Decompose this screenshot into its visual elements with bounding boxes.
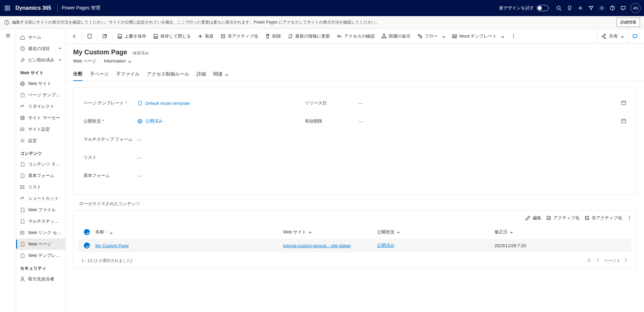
filter-icon[interactable]: [586, 3, 596, 13]
form-selector[interactable]: Information: [104, 58, 131, 63]
check-access-button[interactable]: アクセスの確認: [333, 29, 378, 44]
sidebar-item-web-templates[interactable]: Web テンプレート: [16, 250, 65, 261]
basic-form-value[interactable]: ---: [137, 173, 142, 178]
save-state: - 保存済み: [130, 50, 149, 56]
avatar[interactable]: AS: [631, 3, 641, 13]
prev-page-button[interactable]: [595, 258, 601, 264]
table-row[interactable]: My Custom Page tutorial-custom-layouts -…: [78, 239, 631, 252]
sidebar-item-label: Web ページ: [28, 241, 63, 247]
cmd-label: 上書き保存: [124, 33, 146, 39]
localized-grid: 編集 アクティブ化 非アクティブ化 名称 ↑ Web サイト 公開状況 修正日: [73, 210, 637, 268]
select-all[interactable]: [78, 229, 95, 235]
back-button[interactable]: [68, 29, 80, 44]
sidebar-item-web-files[interactable]: Web ファイル: [16, 204, 65, 216]
calendar-icon[interactable]: [621, 100, 626, 106]
list-icon: [19, 126, 25, 132]
lookup-link[interactable]: 公開済み: [145, 118, 163, 124]
next-page-button[interactable]: [623, 258, 628, 264]
sidebar-item-web-link-sets[interactable]: Web リンク セット: [16, 227, 65, 238]
col-header-website[interactable]: Web サイト: [283, 229, 377, 235]
try-new-design-toggle[interactable]: [537, 5, 549, 11]
row-website-link[interactable]: tutorial-custom-layouts - site-datwe: [283, 243, 351, 248]
grid-activate-button[interactable]: アクティブ化: [546, 215, 580, 221]
sidebar-item-shortcuts[interactable]: ショートカット: [16, 193, 65, 204]
sidebar-item-redirects[interactable]: リダイレクト: [16, 101, 65, 112]
sidebar-item-settings[interactable]: 設定: [16, 135, 65, 146]
redirect-icon: [19, 195, 25, 202]
hierarchy-button[interactable]: 階層の表示: [378, 29, 414, 44]
tab-related[interactable]: 関連: [213, 71, 228, 81]
refresh-button[interactable]: 最新の情報に更新: [284, 29, 333, 44]
release-date-value[interactable]: ---: [359, 101, 363, 106]
sidebar-item-label: ページ テンプレ…: [28, 92, 63, 98]
more-info-button[interactable]: 詳細情報: [616, 18, 640, 27]
localized-section-title: ローカライズされたコンテンツ: [73, 195, 637, 210]
col-header-publish[interactable]: 公開状況: [377, 229, 494, 235]
delete-button[interactable]: 削除: [262, 29, 284, 44]
save-close-button[interactable]: 保存して閉じる: [150, 29, 194, 44]
cmd-label: 保存して閉じる: [160, 33, 191, 39]
breadcrumb-entity: Web ページ: [73, 58, 96, 63]
sidebar-item-pinned[interactable]: ピン留め済み: [16, 54, 65, 66]
overflow-button[interactable]: [507, 29, 520, 44]
multistep-value[interactable]: ---: [137, 137, 142, 142]
sidebar-item-contacts[interactable]: 取引先担当者: [16, 273, 65, 285]
help-icon[interactable]: [607, 3, 618, 13]
list-value[interactable]: ---: [137, 155, 142, 160]
share-button[interactable]: 共有: [597, 29, 628, 44]
form-content[interactable]: ページ テンプレート* Default studio template リリース…: [66, 81, 644, 312]
trash-icon: [265, 34, 270, 39]
grid-more-button[interactable]: [627, 215, 632, 221]
sidebar-item-recent[interactable]: 最近の項目: [16, 43, 65, 54]
save-button[interactable]: 上書き保存: [114, 29, 150, 44]
tab-access-rules[interactable]: アクセス制御ルール: [147, 71, 189, 81]
sidebar-item-snippets[interactable]: コンテンツ スニ…: [16, 159, 65, 170]
flow-button[interactable]: フロー: [414, 29, 448, 44]
doc-icon: [19, 253, 25, 259]
sidebar-item-site-markers[interactable]: サイト マーカー: [16, 112, 65, 124]
col-header-modified[interactable]: 修正日: [494, 229, 631, 235]
new-button[interactable]: 新規: [194, 29, 217, 44]
deactivate-button[interactable]: 非アクティブ化: [217, 29, 262, 44]
sidebar-item-basic-forms[interactable]: 基本フォーム: [16, 170, 65, 181]
sidebar-item-multistep[interactable]: マルチステップ …: [16, 216, 65, 227]
tab-general[interactable]: 全般: [73, 71, 83, 81]
add-icon[interactable]: [575, 3, 586, 13]
ideas-icon[interactable]: [564, 3, 575, 13]
sidebar-item-lists[interactable]: リスト: [16, 181, 65, 193]
sidebar-item-site-settings[interactable]: サイト設定: [16, 124, 65, 135]
page-template-lookup[interactable]: Default studio template: [137, 100, 190, 106]
settings-icon[interactable]: [596, 3, 607, 13]
row-name-link[interactable]: My Custom Page: [95, 243, 129, 248]
publish-state-lookup[interactable]: 公開済み: [137, 118, 163, 124]
assistant-icon[interactable]: [618, 3, 629, 13]
sidebar-item-websites[interactable]: Web サイト: [16, 78, 65, 89]
tab-child-files[interactable]: 子ファイル: [116, 71, 140, 81]
expiration-value[interactable]: ---: [359, 119, 363, 124]
record-type-button[interactable]: [84, 29, 96, 44]
calendar-icon[interactable]: [621, 118, 626, 125]
copilot-button[interactable]: [628, 29, 641, 44]
sidebar-item-home[interactable]: ホーム: [16, 32, 65, 43]
hamburger-icon[interactable]: [5, 33, 11, 312]
person-icon: [19, 276, 25, 282]
cmd-label: 最新の情報に更新: [295, 33, 330, 39]
popout-button[interactable]: [99, 29, 111, 44]
grid-deactivate-button[interactable]: 非アクティブ化: [584, 215, 622, 221]
col-header-name[interactable]: 名称 ↑: [95, 229, 283, 235]
search-icon[interactable]: [553, 3, 564, 13]
sidebar-item-label: 基本フォーム: [28, 173, 63, 179]
row-checkbox[interactable]: [78, 242, 95, 249]
divider: [57, 4, 58, 12]
first-page-button[interactable]: [587, 258, 592, 264]
sidebar-item-page-templates[interactable]: ページ テンプレ…: [16, 89, 65, 101]
grid-edit-button[interactable]: 編集: [525, 215, 541, 221]
row-publish-link[interactable]: 公開済み: [377, 243, 394, 248]
redirect-icon: [19, 103, 25, 109]
top-header: Dynamics 365 Power Pages 管理 新デザインを試す AS: [0, 0, 644, 16]
word-templates-button[interactable]: Word テンプレート: [448, 29, 507, 44]
tab-details[interactable]: 詳細: [197, 71, 206, 81]
lookup-link[interactable]: Default studio template: [145, 101, 190, 106]
tab-child-pages[interactable]: 子ページ: [90, 71, 109, 81]
sidebar-item-web-pages[interactable]: Web ページ: [16, 238, 65, 250]
